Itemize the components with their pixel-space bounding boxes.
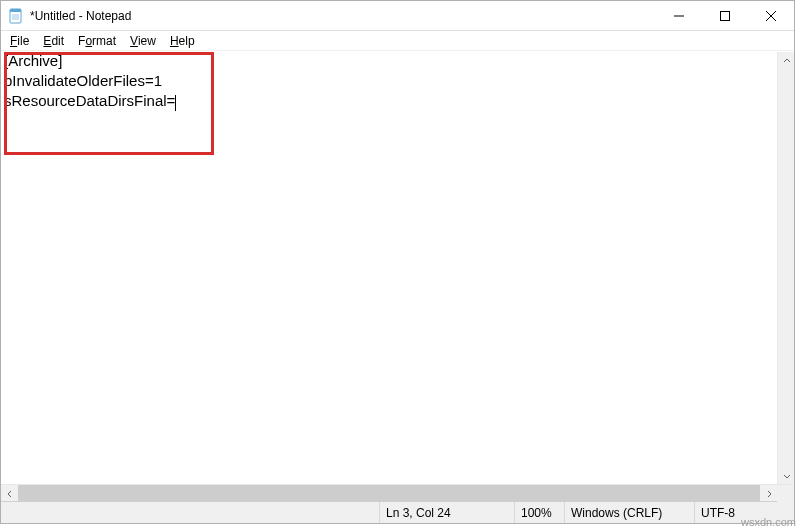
svg-rect-6 <box>721 11 730 20</box>
hscroll-track[interactable] <box>18 485 760 501</box>
menubar: File Edit Format View Help <box>1 31 794 51</box>
text-cursor <box>175 95 176 111</box>
vertical-scrollbar[interactable] <box>777 52 794 484</box>
menu-file[interactable]: File <box>3 33 36 49</box>
watermark-text: wsxdn.com <box>741 516 796 528</box>
statusbar: Ln 3, Col 24 100% Windows (CRLF) UTF-8 <box>1 501 794 523</box>
scroll-down-icon[interactable] <box>778 467 795 484</box>
status-line-ending: Windows (CRLF) <box>564 502 694 523</box>
doc-line-3: sResourceDataDirsFinal= <box>4 92 175 109</box>
status-zoom: 100% <box>514 502 564 523</box>
scroll-corner <box>777 485 794 502</box>
hscroll-thumb[interactable] <box>18 485 760 501</box>
horizontal-scrollbar[interactable] <box>1 484 794 501</box>
editor-area: [Archive] bInvalidateOlderFiles=1 sResou… <box>1 51 794 501</box>
menu-view[interactable]: View <box>123 33 163 49</box>
scroll-left-icon[interactable] <box>1 485 18 502</box>
doc-line-2: bInvalidateOlderFiles=1 <box>4 72 162 89</box>
scroll-up-icon[interactable] <box>778 52 795 69</box>
menu-format[interactable]: Format <box>71 33 123 49</box>
status-cursor-position: Ln 3, Col 24 <box>379 502 514 523</box>
window-title: *Untitled - Notepad <box>30 9 131 23</box>
text-editor[interactable]: [Archive] bInvalidateOlderFiles=1 sResou… <box>1 51 794 484</box>
minimize-button[interactable] <box>656 1 702 30</box>
close-button[interactable] <box>748 1 794 30</box>
menu-edit[interactable]: Edit <box>36 33 71 49</box>
doc-line-1: [Archive] <box>4 52 62 69</box>
status-spacer <box>1 502 379 523</box>
scroll-right-icon[interactable] <box>760 485 777 502</box>
notepad-icon <box>8 8 24 24</box>
notepad-window: *Untitled - Notepad File Edit Format Vie… <box>0 0 795 524</box>
maximize-button[interactable] <box>702 1 748 30</box>
window-controls <box>656 1 794 30</box>
titlebar[interactable]: *Untitled - Notepad <box>1 1 794 31</box>
svg-rect-1 <box>10 9 21 12</box>
menu-help[interactable]: Help <box>163 33 202 49</box>
